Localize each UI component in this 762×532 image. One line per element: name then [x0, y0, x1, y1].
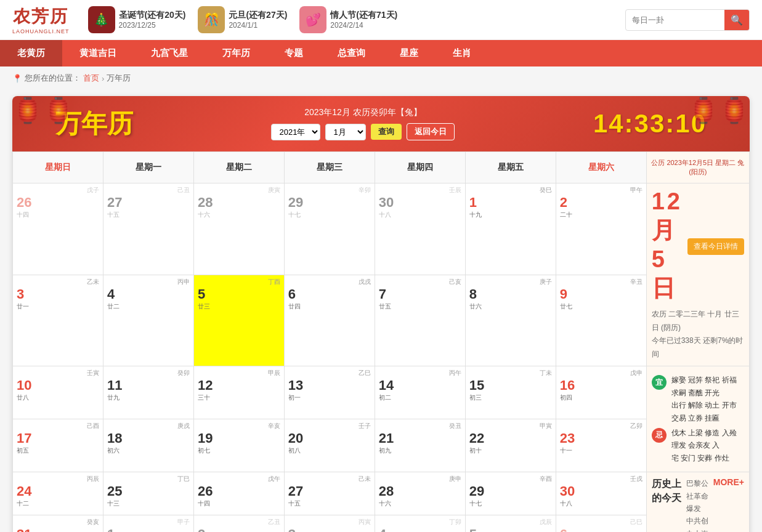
- holiday-christmas[interactable]: 🎄 圣诞节(还有20天) 2023/12/25: [88, 6, 186, 33]
- day-stem: 己亥: [379, 278, 461, 286]
- day-stem: 丙辰: [17, 475, 99, 483]
- weekday-thu: 星期四: [375, 152, 465, 183]
- calendar-cell[interactable]: 己丑27十五: [103, 183, 193, 275]
- calendar-cell[interactable]: 乙未3廿一: [13, 275, 103, 366]
- calendar-row: 癸亥31十九甲子1二十乙丑2廿一丙寅3廿二丁卯4廿三戊辰5廿四己巳6廿五: [13, 515, 750, 532]
- calendar-cell[interactable]: 乙丑2廿一: [193, 515, 284, 532]
- day-number: 13: [288, 377, 371, 393]
- calendar-cell[interactable]: 戊戌6廿四: [284, 275, 375, 366]
- calendar-cell[interactable]: 丁未15初三: [465, 366, 556, 419]
- today-button[interactable]: 返回今日: [407, 123, 455, 140]
- day-lunar: 十六: [379, 499, 461, 508]
- nav-item-jiugong[interactable]: 九宫飞星: [134, 40, 205, 66]
- calendar-cell[interactable]: 乙卯23十一: [556, 419, 646, 472]
- day-lunar: 十八: [379, 211, 461, 219]
- logo[interactable]: 农芳历 LAOHUANGLI.NET: [12, 5, 70, 34]
- holiday-valentine[interactable]: 💕 情人节(还有71天) 2024/2/14: [299, 6, 397, 33]
- calendar-cell[interactable]: 戊辰5廿四: [465, 515, 556, 532]
- main-nav: 老黄历 黄道吉日 九宫飞星 万年历 专题 总查询 星座 生肖: [0, 40, 762, 66]
- calendar-cell[interactable]: 庚子8廿六: [465, 275, 556, 366]
- history-content-area: 巴黎公社革命爆发 中共创办上海大学: [686, 477, 708, 532]
- nav-item-wannianli[interactable]: 万年历: [205, 40, 267, 66]
- day-number: 22: [469, 430, 552, 446]
- calendar-cell[interactable]: 己巳6廿五: [556, 515, 646, 532]
- day-stem: 壬寅: [17, 369, 99, 377]
- calendar-cell[interactable]: 壬子20初八: [284, 419, 375, 472]
- calendar-cell[interactable]: 壬寅10廿八: [13, 366, 103, 419]
- day-number: 12: [198, 377, 280, 393]
- calendar-cell[interactable]: 甲午2二十: [556, 183, 646, 275]
- calendar-cell[interactable]: 癸丑21初九: [375, 419, 465, 472]
- calendar-cell[interactable]: 丙辰24十二: [13, 472, 103, 515]
- day-number: 18: [107, 430, 190, 446]
- calendar-cell[interactable]: 戊申16初四: [556, 366, 646, 419]
- day-stem: 壬辰: [379, 186, 461, 195]
- day-stem: 乙卯: [560, 422, 642, 430]
- day-lunar: 初八: [288, 446, 371, 455]
- calendar-cell[interactable]: 壬辰30十八: [375, 183, 465, 275]
- more-link[interactable]: MORE+: [713, 477, 744, 487]
- day-lunar: 二十: [560, 211, 642, 219]
- query-button[interactable]: 查询: [371, 124, 402, 140]
- nav-item-shengxiao[interactable]: 生肖: [436, 40, 488, 66]
- calendar-cell[interactable]: 甲子1二十: [103, 515, 193, 532]
- day-stem: 壬子: [288, 422, 371, 430]
- day-stem: 甲辰: [198, 369, 280, 377]
- calendar-cell[interactable]: 己未27十五: [284, 472, 375, 515]
- calendar-cell[interactable]: 丙寅3廿二: [284, 515, 375, 532]
- day-lunar: 十八: [560, 499, 642, 508]
- calendar-cell[interactable]: 甲寅22初十: [465, 419, 556, 472]
- ji-row: 忌 伐木 上梁 修造 入殓 理发 会亲友 入宅 安门 安葬 作灶: [652, 427, 744, 464]
- calendar-cell[interactable]: 丁巳25十三: [103, 472, 193, 515]
- nav-item-zongchaxun[interactable]: 总查询: [320, 40, 383, 66]
- lantern-right-icon: 🏮🏮: [688, 96, 750, 125]
- year-select[interactable]: 2019年2020年2021年2022年2023年2024年2025年: [271, 124, 320, 140]
- day-number: 5: [469, 526, 552, 532]
- day-stem: 丙寅: [288, 518, 371, 526]
- holiday-newyear[interactable]: 🎊 元旦(还有27天) 2024/1/1: [198, 6, 287, 33]
- newyear-name: 元旦(还有27天): [229, 10, 287, 21]
- search-button[interactable]: 🔍: [724, 10, 749, 30]
- day-stem: 庚戌: [107, 422, 190, 430]
- calendar-cell[interactable]: 癸亥31十九: [13, 515, 103, 532]
- calendar-cell[interactable]: 癸巳1十九: [465, 183, 556, 275]
- calendar-cell[interactable]: 辛亥19初七: [193, 419, 284, 472]
- day-number: 4: [379, 526, 461, 532]
- nav-item-xingzuo[interactable]: 星座: [383, 40, 436, 66]
- detail-button[interactable]: 查看今日详情: [687, 238, 744, 255]
- calendar-cell[interactable]: 庚寅28十六: [193, 183, 284, 275]
- weekday-sat: 星期六: [556, 152, 646, 183]
- search-input[interactable]: [626, 12, 724, 28]
- calendar-cell[interactable]: 辛酉29十七: [465, 472, 556, 515]
- day-stem: 辛亥: [198, 422, 280, 430]
- calendar-cell[interactable]: 壬戌30十八: [556, 472, 646, 515]
- calendar-cell[interactable]: 辛丑9廿七: [556, 275, 646, 366]
- calendar-cell[interactable]: 戊子26十四: [13, 183, 103, 275]
- calendar-cell[interactable]: 丙午14初二: [375, 366, 465, 419]
- calendar-cell[interactable]: 癸卯11廿九: [103, 366, 193, 419]
- calendar-cell[interactable]: 庚申28十六: [375, 472, 465, 515]
- nav-item-huangdaoji[interactable]: 黄道吉日: [62, 40, 134, 66]
- nav-item-zhuanti[interactable]: 专题: [267, 40, 320, 66]
- month-select[interactable]: 1月2月3月4月5月6月7月8月9月10月11月12月: [325, 124, 366, 140]
- day-lunar: 十三: [107, 499, 190, 508]
- info-date-big: 12 月 5 日: [652, 188, 683, 304]
- day-number: 8: [469, 286, 552, 302]
- calendar-cell[interactable]: 戊午26十四: [193, 472, 284, 515]
- day-stem: 戊申: [560, 369, 642, 377]
- calendar-cell[interactable]: 庚戌18初六: [103, 419, 193, 472]
- breadcrumb-home[interactable]: 首页: [83, 73, 99, 84]
- calendar-cell[interactable]: 丙申4廿二: [103, 275, 193, 366]
- calendar-cell[interactable]: 甲辰12三十: [193, 366, 284, 419]
- calendar-cell[interactable]: 辛卯29十七: [284, 183, 375, 275]
- nav-item-laohunali[interactable]: 老黄历: [0, 40, 62, 66]
- calendar-cell[interactable]: 丁酉5廿三: [193, 275, 284, 366]
- calendar-row: 乙未3廿一丙申4廿二丁酉5廿三戊戌6廿四己亥7廿五庚子8廿六辛丑9廿七: [13, 275, 750, 366]
- yi-row: 宜 嫁娶 冠笄 祭祀 祈福 求嗣 斋醮 开光出行 解除 动土 开市 交易 立券 …: [652, 374, 744, 424]
- calendar-cell[interactable]: 乙巳13初一: [284, 366, 375, 419]
- calendar-cell[interactable]: 己酉17初五: [13, 419, 103, 472]
- calendar-cell[interactable]: 己亥7廿五: [375, 275, 465, 366]
- holiday-newyear-info: 元旦(还有27天) 2024/1/1: [229, 10, 287, 30]
- header: 农芳历 LAOHUANGLI.NET 🎄 圣诞节(还有20天) 2023/12/…: [0, 0, 762, 40]
- calendar-cell[interactable]: 丁卯4廿三: [375, 515, 465, 532]
